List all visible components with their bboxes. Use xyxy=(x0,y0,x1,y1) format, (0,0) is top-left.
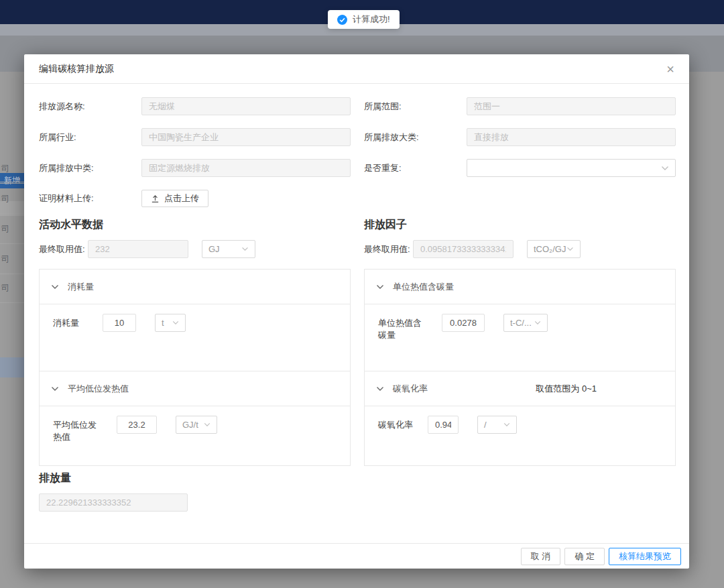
source-name-input[interactable] xyxy=(141,97,351,115)
major-category-label: 所属排放大类: xyxy=(364,131,467,143)
is-duplicate-select[interactable] xyxy=(467,159,676,177)
chevron-down-icon xyxy=(51,284,59,290)
upload-button-label: 点击上传 xyxy=(164,192,199,204)
edit-emission-source-modal: 编辑碳核算排放源 × 排放源名称: 所属范围: 所属行业: 所属排放大类: xyxy=(24,54,689,569)
heating-unit-value: GJ/t xyxy=(182,420,198,430)
carbon-input[interactable] xyxy=(442,314,485,332)
consumption-panel-body: 消耗量 t xyxy=(40,304,350,371)
oxidation-unit-select[interactable]: / xyxy=(477,416,517,434)
table-row: 司 xyxy=(0,244,24,274)
factor-panels: 单位热值含碳量 单位热值含碳量 t-C/... xyxy=(364,269,676,466)
activity-heading: 活动水平数据 xyxy=(39,218,351,232)
consumption-unit-value: t xyxy=(162,318,164,328)
chevron-down-icon xyxy=(204,422,210,427)
mid-category-label: 所属排放中类: xyxy=(39,162,141,174)
consumption-unit-select[interactable]: t xyxy=(155,314,186,332)
carbon-panel-body: 单位热值含碳量 t-C/... xyxy=(365,304,675,371)
carbon-panel-title: 单位热值含碳量 xyxy=(393,281,454,293)
factor-final-label: 最终取用值: xyxy=(364,243,413,255)
heating-panel-header[interactable]: 平均低位发热值 xyxy=(40,371,350,406)
confirm-button[interactable]: 确 定 xyxy=(564,548,605,565)
carbon-panel-header[interactable]: 单位热值含碳量 xyxy=(365,270,675,304)
success-toast: 计算成功! xyxy=(328,10,400,29)
field-is-duplicate: 是否重复: xyxy=(364,159,676,177)
field-mid-category: 所属排放中类: xyxy=(39,159,351,177)
emission-result-input[interactable] xyxy=(39,493,188,512)
upload-label: 证明材料上传: xyxy=(39,192,141,204)
activity-unit-select[interactable]: GJ xyxy=(202,240,255,258)
consumption-label: 消耗量 xyxy=(53,314,103,329)
heating-unit-select[interactable]: GJ/t xyxy=(176,416,217,434)
industry-input[interactable] xyxy=(141,128,351,146)
carbon-label: 单位热值含碳量 xyxy=(378,314,428,341)
modal-title: 编辑碳核算排放源 xyxy=(39,63,114,75)
factor-unit-value: tCO₂/GJ xyxy=(534,244,566,254)
source-name-label: 排放源名称: xyxy=(39,101,141,113)
is-duplicate-label: 是否重复: xyxy=(364,162,467,174)
oxidation-range-note: 取值范围为 0~1 xyxy=(536,383,597,395)
oxidation-panel-title: 碳氧化率 xyxy=(393,383,428,395)
table-row: 司 xyxy=(0,273,24,303)
activity-final-input[interactable] xyxy=(88,240,188,258)
field-source-name: 排放源名称: xyxy=(39,97,351,115)
mid-category-input[interactable] xyxy=(141,159,351,177)
upload-icon xyxy=(151,194,160,203)
modal-body: 排放源名称: 所属范围: 所属行业: 所属排放大类: 所属排放中类: xyxy=(24,84,689,512)
dimmed-selected-row xyxy=(0,357,24,377)
field-scope: 所属范围: xyxy=(364,97,676,115)
consumption-panel-header[interactable]: 消耗量 xyxy=(40,270,350,304)
consumption-input[interactable] xyxy=(103,314,136,332)
chevron-down-icon xyxy=(661,166,669,171)
check-circle-icon xyxy=(337,15,347,25)
chevron-down-icon xyxy=(51,386,59,392)
dimmed-table-strip: 新增 司 司 司 司 司 xyxy=(0,72,24,569)
close-icon[interactable]: × xyxy=(666,62,674,76)
field-upload: 证明材料上传: 点击上传 xyxy=(39,190,351,207)
oxidation-unit-value: / xyxy=(484,420,487,430)
toast-message: 计算成功! xyxy=(353,13,390,25)
spacer xyxy=(364,190,676,207)
data-sections: 活动水平数据 最终取用值: GJ xyxy=(39,213,676,466)
form-row: 证明材料上传: 点击上传 xyxy=(39,190,676,207)
industry-label: 所属行业: xyxy=(39,131,141,143)
carbon-unit-value: t-C/... xyxy=(510,318,532,328)
form-row: 所属行业: 所属排放大类: xyxy=(39,128,676,146)
table-row: 司 xyxy=(0,184,24,214)
consumption-panel-title: 消耗量 xyxy=(68,281,94,293)
scope-label: 所属范围: xyxy=(364,101,467,113)
emission-heading: 排放量 xyxy=(39,471,676,485)
activity-unit-value: GJ xyxy=(208,244,220,254)
activity-final-row: 最终取用值: GJ xyxy=(39,240,351,258)
factor-unit-select[interactable]: tCO₂/GJ xyxy=(527,240,581,258)
factor-section: 排放因子 最终取用值: tCO₂/GJ xyxy=(364,213,676,466)
oxidation-panel-body: 碳氧化率 / xyxy=(365,406,675,465)
chevron-down-icon xyxy=(566,247,574,251)
factor-final-input[interactable] xyxy=(413,240,514,258)
cancel-button[interactable]: 取 消 xyxy=(521,548,561,565)
field-industry: 所属行业: xyxy=(39,128,351,146)
factor-heading: 排放因子 xyxy=(364,218,676,232)
factor-final-row: 最终取用值: tCO₂/GJ xyxy=(364,240,676,258)
table-row: 司 xyxy=(0,214,24,244)
modal-footer: 取 消 确 定 核算结果预览 xyxy=(24,543,689,569)
table-row: 司 xyxy=(0,154,24,184)
form-row: 所属排放中类: 是否重复: xyxy=(39,159,676,177)
chevron-down-icon xyxy=(241,247,249,251)
chevron-down-icon xyxy=(376,386,384,392)
upload-button[interactable]: 点击上传 xyxy=(141,190,208,207)
scope-input[interactable] xyxy=(467,97,676,115)
major-category-input[interactable] xyxy=(467,128,676,146)
field-major-category: 所属排放大类: xyxy=(364,128,676,146)
oxidation-input[interactable] xyxy=(428,416,459,434)
activity-section: 活动水平数据 最终取用值: GJ xyxy=(39,213,351,466)
heating-label: 平均低位发热值 xyxy=(53,416,103,443)
modal-header: 编辑碳核算排放源 × xyxy=(24,54,689,84)
preview-result-button[interactable]: 核算结果预览 xyxy=(609,548,681,565)
activity-panels: 消耗量 消耗量 t xyxy=(39,269,351,466)
oxidation-panel-header[interactable]: 碳氧化率 取值范围为 0~1 xyxy=(365,371,675,406)
chevron-down-icon xyxy=(172,320,179,325)
chevron-down-icon xyxy=(376,284,384,290)
carbon-unit-select[interactable]: t-C/... xyxy=(503,314,548,332)
heating-input[interactable] xyxy=(117,416,157,434)
chevron-down-icon xyxy=(534,320,541,325)
